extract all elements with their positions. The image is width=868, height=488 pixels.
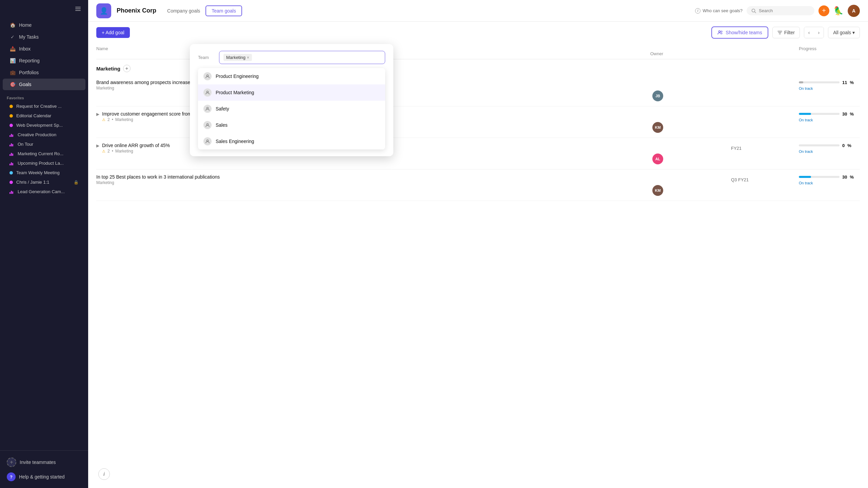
tab-company-goals[interactable]: Company goals — [162, 6, 205, 16]
sidebar-item-on-tour[interactable]: On Tour — [3, 140, 85, 149]
sidebar-toggle[interactable] — [0, 0, 88, 18]
show-hide-teams-button[interactable]: Show/hide teams — [711, 26, 768, 39]
filter-button[interactable]: Filter — [772, 27, 800, 38]
user-avatar[interactable]: A — [848, 5, 860, 17]
search-input[interactable] — [759, 8, 806, 13]
filter-icon — [777, 30, 782, 35]
sidebar-nav: 🏠 Home ✓ My Tasks 📥 Inbox 📊 Reporting 💼 … — [0, 18, 88, 92]
header-right: i Who can see goals? + 🦜 A — [695, 5, 860, 17]
section-title: Marketing — [96, 66, 120, 72]
sidebar-item-creative-production[interactable]: Creative Production — [3, 130, 85, 139]
sidebar-item-home[interactable]: 🏠 Home — [3, 19, 85, 31]
chevron-right-icon[interactable]: ▶ — [96, 143, 99, 148]
bar-chart-icon — [9, 152, 14, 156]
next-arrow-button[interactable]: › — [814, 27, 824, 38]
dot-icon — [9, 171, 13, 175]
svg-rect-2 — [75, 10, 81, 11]
add-button[interactable]: + — [818, 5, 829, 16]
selected-team-tag: Marketing × — [223, 54, 252, 61]
avatar: KM — [652, 122, 663, 133]
svg-point-9 — [207, 107, 209, 109]
company-name: Phoenix Corp — [117, 7, 156, 14]
toolbar: + Add goal Show/hide teams Filter ‹ › Al… — [88, 22, 868, 43]
svg-rect-1 — [75, 8, 81, 9]
dot-icon — [9, 105, 13, 108]
who-can-see-button[interactable]: i Who can see goals? — [695, 8, 743, 14]
sidebar-item-upcoming-product[interactable]: Upcoming Product La... — [3, 159, 85, 168]
dropdown-team-row: Team Marketing × — [198, 51, 385, 64]
sidebar-item-lead-generation[interactable]: Lead Generation Cam... — [3, 187, 85, 196]
sidebar-item-my-tasks[interactable]: ✓ My Tasks — [3, 31, 85, 43]
section-add-button[interactable]: + — [123, 65, 131, 72]
dot-icon — [9, 114, 13, 118]
svg-point-10 — [207, 124, 209, 125]
dropdown-option-safety[interactable]: Safety — [198, 101, 385, 117]
progress-cell: 30% On track — [799, 111, 860, 122]
sidebar-item-portfolios[interactable]: 💼 Portfolios — [3, 67, 85, 78]
progress-bar — [799, 81, 803, 83]
sidebar-item-request-creative[interactable]: Request for Creative ... — [3, 102, 85, 111]
warning-icon: ⚠ — [102, 118, 105, 122]
all-goals-select[interactable]: All goals ▾ — [828, 27, 860, 38]
svg-rect-0 — [75, 7, 81, 7]
bar-chart-icon — [9, 190, 14, 194]
favorites-list: Request for Creative ... Editorial Calen… — [0, 101, 88, 197]
sidebar-item-team-weekly[interactable]: Team Weekly Meeting — [3, 168, 85, 177]
bar-chart-icon — [9, 133, 14, 137]
owner-cell: KM — [96, 185, 663, 196]
team-search-box[interactable]: Marketing × — [219, 51, 385, 64]
favorites-label: Favorites — [0, 92, 88, 101]
sidebar-item-reporting[interactable]: 📊 Reporting — [3, 55, 85, 66]
sidebar-item-inbox[interactable]: 📥 Inbox — [3, 43, 85, 55]
sidebar-item-goals[interactable]: 🎯 Goals — [3, 79, 85, 90]
check-circle-icon: ✓ — [9, 34, 16, 40]
progress-bar — [799, 113, 811, 115]
dropdown-option-sales-engineering[interactable]: Sales Engineering — [198, 133, 385, 149]
team-icon — [717, 30, 723, 35]
bar-chart-icon — [9, 161, 14, 165]
sidebar-item-web-development[interactable]: Web Development Sp... — [3, 121, 85, 130]
remove-tag-button[interactable]: × — [247, 55, 249, 60]
header: 👤 Phoenix Corp Company goals Team goals … — [88, 0, 868, 22]
team-label: Team — [198, 55, 215, 60]
invite-teammates-button[interactable]: + Invite teammates — [0, 455, 88, 470]
logo-icon: 👤 — [100, 7, 108, 15]
svg-point-6 — [721, 31, 722, 32]
goals-icon: 🎯 — [9, 81, 16, 87]
info-button[interactable]: i — [98, 468, 110, 480]
company-logo[interactable]: 👤 — [96, 3, 111, 18]
svg-point-11 — [207, 140, 209, 142]
sidebar-bottom: + Invite teammates ? Help & getting star… — [0, 450, 88, 488]
header-tabs: Company goals Team goals — [162, 5, 242, 16]
header-title-group: Phoenix Corp — [117, 7, 156, 14]
sidebar-item-editorial-calendar[interactable]: Editorial Calendar — [3, 111, 85, 120]
prev-arrow-button[interactable]: ‹ — [804, 27, 814, 38]
home-icon: 🏠 — [9, 22, 16, 28]
bird-icon[interactable]: 🦜 — [833, 6, 844, 16]
progress-cell: 30% On track — [799, 175, 860, 185]
inbox-icon: 📥 — [9, 46, 16, 52]
warning-icon: ⚠ — [102, 149, 105, 154]
sidebar-item-chris-jamie[interactable]: Chris / Jamie 1:1 🔒 — [3, 178, 85, 187]
team-avatar-icon — [203, 137, 212, 145]
help-icon: ? — [7, 472, 16, 481]
sidebar-item-marketing-current[interactable]: Marketing Current Ro... — [3, 149, 85, 158]
lock-icon: 🔒 — [74, 180, 79, 185]
add-goal-button[interactable]: + Add goal — [96, 27, 130, 38]
dot-icon — [9, 124, 13, 127]
chevron-right-icon[interactable]: ▶ — [96, 112, 99, 117]
team-search-input[interactable] — [255, 55, 381, 60]
search-box[interactable] — [747, 6, 814, 15]
progress-bar — [799, 176, 811, 178]
progress-cell: 0% On track — [799, 143, 860, 154]
dropdown-option-product-marketing[interactable]: Product Marketing — [198, 84, 385, 101]
invite-icon: + — [7, 458, 16, 467]
chart-bar-icon: 📊 — [9, 58, 16, 64]
search-icon — [751, 8, 756, 13]
dot-icon — [9, 181, 13, 184]
svg-line-4 — [755, 12, 756, 13]
dropdown-option-product-engineering[interactable]: Product Engineering — [198, 68, 385, 84]
tab-team-goals[interactable]: Team goals — [205, 5, 242, 16]
dropdown-option-sales[interactable]: Sales — [198, 117, 385, 133]
help-getting-started-button[interactable]: ? Help & getting started — [0, 470, 88, 484]
